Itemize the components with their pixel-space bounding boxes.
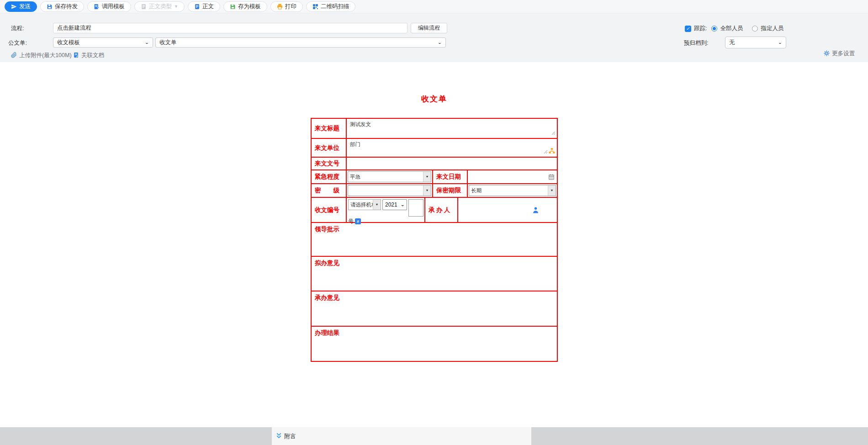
org-code-select[interactable]: 请选择机构代号 ▼ [348,199,381,210]
postscript-panel[interactable]: 附言 [272,427,531,445]
dropdown-arrow-icon: ▼ [423,185,431,196]
table-row: 办理结果 [312,326,557,361]
body-doc-icon [194,4,200,10]
bottom-bar: 附言 [0,427,868,445]
save-icon [47,4,53,10]
qr-scan-button[interactable]: 二维码扫描 [306,1,356,12]
table-row: 紧急程度 平急 ▼ 来文日期 [312,170,557,183]
track-all-radio[interactable] [711,26,717,32]
save-pending-label: 保存待发 [55,3,78,11]
incoming-unit-textarea[interactable]: 部门 [347,139,557,150]
leader-remark-label: 领导批示 [315,226,339,233]
edit-process-button[interactable]: 编辑流程 [411,23,447,33]
secrecy-term-label: 保密期限 [432,184,467,197]
load-template-icon [94,4,100,10]
table-row: 收文编号 请选择机构代号 ▼ 2021 ⌄ 号 # [312,197,557,222]
doc-template-select[interactable]: 收文模板 ⌄ [53,37,153,48]
undertake-opinion-cell[interactable]: 承办意见 [312,291,557,326]
incoming-date-label: 来文日期 [432,170,467,183]
org-code-placeholder: 请选择机构代号 [349,200,373,210]
resize-handle-icon[interactable] [551,129,556,137]
table-row: 来文文号 [312,157,557,170]
process-label: 流程: [11,25,24,32]
send-button-label: 发送 [19,3,31,11]
calendar-icon[interactable] [548,174,555,182]
undertaker-label: 承 办 人 [424,198,457,222]
incoming-doc-no-input[interactable] [346,158,557,170]
check-icon: ✓ [686,26,690,31]
incoming-title-textarea[interactable]: 测试发文 [347,119,557,130]
pre-archive-selected: 无 [729,39,735,47]
track-checkbox[interactable]: ✓ [685,26,691,32]
save-pending-button[interactable]: 保存待发 [40,1,84,12]
secrecy-term-value: 长期 [469,185,548,196]
draft-opinion-label: 拟办意见 [315,260,339,266]
receipt-number-input[interactable] [408,199,423,217]
dropdown-arrow-icon: ▼ [423,172,431,182]
undertaker-cell [457,198,557,222]
undertake-opinion-label: 承办意见 [315,294,339,301]
process-input[interactable]: 点击新建流程 [53,23,408,33]
qr-scan-icon [312,4,318,10]
related-doc-icon [73,52,79,59]
track-assigned-radio[interactable] [752,26,758,32]
body-type-icon [141,4,147,10]
pre-archive-select[interactable]: 无 ⌄ [725,37,786,48]
year-select[interactable]: 2021 ⌄ [382,199,407,210]
form-title: 收文单 [311,94,558,104]
urgency-value: 平急 [348,172,423,182]
result-cell[interactable]: 办理结果 [312,327,557,361]
draft-opinion-cell[interactable]: 拟办意见 [312,257,557,291]
table-row: 来文标题 测试发文 [312,119,557,138]
save-as-template-label: 存为模板 [238,3,261,11]
double-chevron-down-icon [276,433,281,440]
table-row: 承办意见 [312,291,557,326]
incoming-unit-cell: 部门 [346,139,557,157]
print-icon [277,4,283,10]
doc-form-selected: 收文单 [159,39,177,47]
incoming-title-label: 来文标题 [312,119,346,138]
more-settings-label: 更多设置 [832,50,855,58]
more-settings-link[interactable]: 更多设置 [824,50,855,58]
resize-handle-icon[interactable] [544,148,548,156]
related-docs-link[interactable]: 关联文档 [73,52,104,59]
incoming-date-input[interactable] [467,170,557,183]
dropdown-arrow-icon: ▼ [373,200,381,210]
gear-icon [824,50,830,58]
qr-scan-label: 二维码扫描 [321,3,349,11]
save-as-template-button[interactable]: 存为模板 [223,1,267,12]
body-button[interactable]: 正文 [188,1,220,12]
urgency-label: 紧急程度 [312,170,346,183]
pre-archive-label: 预归档到: [684,39,708,47]
secrecy-select[interactable]: ▼ [348,185,431,196]
body-type-label: 正文类型 [149,3,172,11]
urgency-cell: 平急 ▼ [346,170,432,183]
secrecy-cell: ▼ [346,184,432,197]
person-picker-icon[interactable] [533,207,539,215]
load-template-label: 调用模板 [102,3,125,11]
send-icon [11,4,17,10]
upload-attachment-link[interactable]: 上传附件(最大100M) [11,52,72,59]
chevron-down-icon: ⌄ [778,40,782,45]
print-button[interactable]: 打印 [270,1,303,12]
track-label: 跟踪: [694,25,707,32]
chevron-down-icon: ⌄ [145,40,149,45]
table-row: 密 级 ▼ 保密期限 长期 ▼ [312,183,557,197]
load-template-button[interactable]: 调用模板 [87,1,131,12]
receipt-no-label: 收文编号 [312,198,346,222]
save-as-template-icon [230,4,236,10]
table-row: 拟办意见 [312,256,557,291]
send-button[interactable]: 发送 [5,1,37,12]
urgency-select[interactable]: 平急 ▼ [348,171,431,182]
secrecy-term-select[interactable]: 长期 ▼ [469,185,556,196]
org-picker-icon[interactable] [549,148,555,156]
incoming-title-cell: 测试发文 [346,119,557,138]
chevron-down-icon: ⌄ [401,203,404,207]
caret-down-icon: ▼ [174,5,178,9]
receipt-form-table: 来文标题 测试发文 来文单位 部门 来文文号 紧急程度 平急 [311,118,558,362]
year-value: 2021 [385,201,397,208]
leader-remark-cell[interactable]: 领导批示 [312,223,557,256]
doc-template-selected: 收文模板 [57,39,80,47]
doc-form-select[interactable]: 收文单 ⌄ [155,37,446,48]
secrecy-label: 密 级 [312,184,346,197]
